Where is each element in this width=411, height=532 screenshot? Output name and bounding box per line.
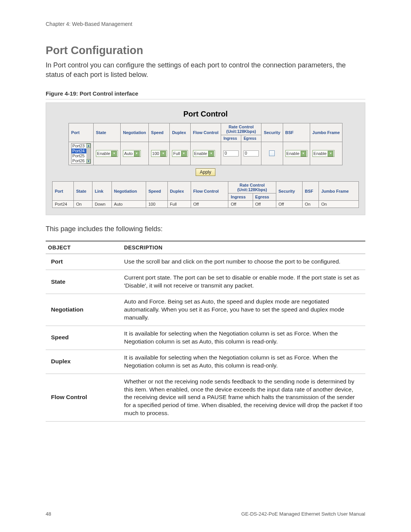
- flow-control-select[interactable]: Enable ▾: [193, 150, 215, 157]
- th-duplex: Duplex: [170, 123, 191, 142]
- fields-row: Flow ControlWhether or not the receiving…: [46, 374, 365, 422]
- sth-security: Security: [276, 182, 302, 201]
- sr-egress: Off: [253, 201, 276, 208]
- port-listbox[interactable]: Port23 Port24 Port25 Port26 ▲ ▼: [71, 143, 91, 164]
- th-flow-control: Flow Control: [190, 123, 221, 142]
- sr-ingress: Off: [228, 201, 253, 208]
- sth-jumbo: Jumbo Frame: [319, 182, 359, 201]
- sth-port: Port: [53, 182, 74, 201]
- field-object: Duplex: [46, 350, 122, 374]
- fields-row: PortUse the scroll bar and click on the …: [46, 254, 365, 270]
- sth-link: Link: [92, 182, 112, 201]
- th-negotiation: Negotiation: [121, 123, 149, 142]
- sth-rate-control: Rate Control (Unit:128Kbps): [228, 182, 276, 193]
- sr-security: Off: [276, 201, 302, 208]
- chevron-down-icon: ▾: [181, 151, 187, 157]
- duplex-select[interactable]: Full ▾: [172, 150, 188, 157]
- chevron-down-icon: ▾: [208, 151, 214, 157]
- sth-ingress: Ingress: [228, 193, 253, 201]
- section-intro: In Port control you can configure the se…: [46, 61, 365, 80]
- th-speed: Speed: [148, 123, 169, 142]
- th-port: Port: [69, 123, 94, 142]
- status-row: Port24 On Down Auto 100 Full Off Off Off…: [53, 201, 359, 208]
- section-title: Port Configuration: [46, 44, 365, 57]
- negotiation-value: Auto: [124, 151, 133, 156]
- scroll-track[interactable]: [86, 148, 91, 159]
- chevron-down-icon: ▾: [134, 151, 140, 157]
- field-object: Speed: [46, 326, 122, 350]
- speed-value: 100: [152, 151, 159, 156]
- port-control-screenshot: Port Control Port State Negotiation Spee…: [46, 102, 365, 215]
- chevron-down-icon: ▾: [328, 151, 333, 157]
- chevron-down-icon: ▾: [111, 151, 117, 157]
- sr-flow-control: Off: [191, 201, 228, 208]
- figure-caption: Figure 4-19: Port Control interface: [46, 90, 365, 99]
- sr-speed: 100: [146, 201, 167, 208]
- field-description: It is available for selecting when the N…: [122, 350, 365, 374]
- chapter-label: Chapter 4: Web-Based Management: [46, 21, 365, 27]
- jumbo-select[interactable]: Enable ▾: [312, 150, 335, 157]
- duplex-value: Full: [173, 151, 180, 156]
- doc-title: GE-DS-242-PoE Managed Ethernet Switch Us…: [241, 511, 365, 517]
- negotiation-select[interactable]: Auto ▾: [123, 150, 141, 157]
- chevron-down-icon: ▾: [160, 151, 166, 157]
- port-option[interactable]: Port26: [72, 158, 86, 163]
- page-number: 48: [46, 511, 51, 517]
- field-description: Auto and Force. Being set as Auto, the s…: [122, 294, 365, 326]
- field-object: State: [46, 270, 122, 294]
- sr-link: Down: [92, 201, 112, 208]
- panel-title: Port Control: [52, 110, 359, 118]
- th-security: Security: [261, 123, 283, 142]
- port-option[interactable]: Port23: [72, 144, 86, 149]
- sr-bsf: On: [303, 201, 319, 208]
- flow-control-value: Enable: [194, 151, 207, 156]
- fields-head-object: OBJECT: [46, 241, 122, 254]
- field-description: It is available for selecting when the N…: [122, 326, 365, 350]
- field-object: Flow Control: [46, 374, 122, 422]
- fields-row: StateCurrent port state. The port can be…: [46, 270, 365, 294]
- field-object: Port: [46, 254, 122, 270]
- port-option[interactable]: Port25: [72, 153, 86, 158]
- th-rate-control-top: Rate Control: [229, 125, 254, 129]
- fields-table: OBJECT DESCRIPTION PortUse the scroll ba…: [46, 241, 365, 422]
- sth-speed: Speed: [146, 182, 167, 201]
- sr-port: Port24: [53, 201, 74, 208]
- ingress-input[interactable]: 0: [223, 150, 239, 157]
- jumbo-value: Enable: [314, 151, 327, 156]
- sth-flow-control: Flow Control: [191, 182, 228, 201]
- egress-input[interactable]: 0: [244, 150, 259, 157]
- th-state: State: [94, 123, 121, 142]
- sr-jumbo: On: [319, 201, 359, 208]
- sth-bsf: BSF: [303, 182, 319, 201]
- sth-negotiation: Negotiation: [112, 182, 146, 201]
- chevron-down-icon: ▾: [301, 151, 306, 157]
- scroll-down-icon[interactable]: ▼: [86, 159, 91, 163]
- security-checkbox[interactable]: [269, 150, 275, 156]
- sth-duplex: Duplex: [167, 182, 191, 201]
- speed-select[interactable]: 100 ▾: [151, 150, 167, 157]
- sth-rate-control-top: Rate Control: [240, 183, 265, 187]
- th-ingress: Ingress: [221, 135, 241, 142]
- status-table: Port State Link Negotiation Speed Duplex…: [52, 181, 359, 208]
- th-jumbo: Jumbo Frame: [310, 123, 342, 142]
- sth-state: State: [73, 182, 92, 201]
- field-description: Whether or not the receiving node sends …: [122, 374, 365, 422]
- field-description: Use the scroll bar and click on the port…: [122, 254, 365, 270]
- state-select[interactable]: Enable ▾: [96, 150, 118, 157]
- apply-button[interactable]: Apply: [196, 168, 215, 176]
- sr-negotiation: Auto: [112, 201, 146, 208]
- state-value: Enable: [97, 151, 110, 156]
- field-object: Negotiation: [46, 294, 122, 326]
- fields-row: DuplexIt is available for selecting when…: [46, 350, 365, 374]
- bsf-value: Enable: [287, 151, 299, 156]
- fields-row: NegotiationAuto and Force. Being set as …: [46, 294, 365, 326]
- scroll-up-icon[interactable]: ▲: [86, 144, 91, 148]
- post-figure-text: This page includes the following fields:: [46, 225, 365, 233]
- bsf-select[interactable]: Enable ▾: [285, 150, 307, 157]
- th-bsf: BSF: [283, 123, 310, 142]
- control-table: Port State Negotiation Speed Duplex Flow…: [68, 123, 342, 165]
- sth-egress: Egress: [253, 193, 276, 201]
- sr-duplex: Full: [167, 201, 191, 208]
- sr-state: On: [73, 201, 92, 208]
- port-option[interactable]: Port24: [72, 149, 86, 153]
